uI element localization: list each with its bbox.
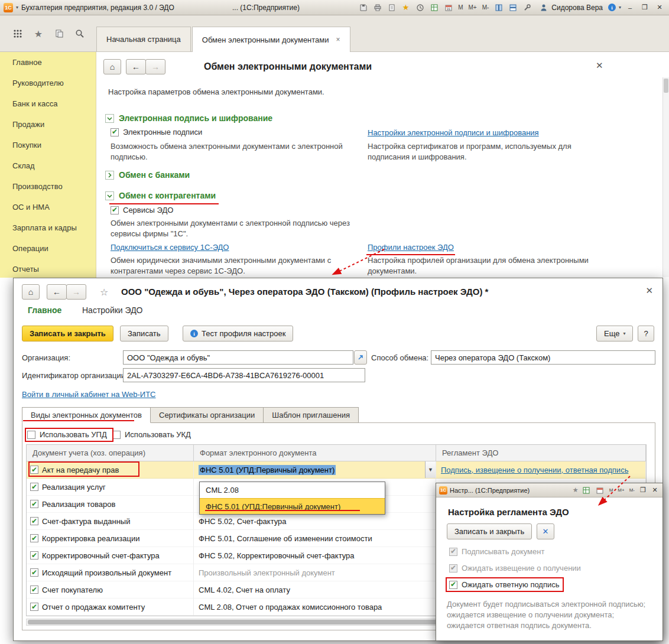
checkbox-use-ukd[interactable]: ✔ Использовать УКД (112, 430, 191, 439)
split-window-icon[interactable] (507, 2, 518, 13)
close-window-icon[interactable]: ✕ (645, 285, 653, 296)
preview-icon[interactable] (386, 2, 397, 13)
collapse-chevron-icon[interactable] (105, 114, 114, 123)
save-button[interactable]: Записать (120, 326, 168, 341)
link-connect-1c-edo[interactable]: Подключиться к сервису 1С-ЭДО (111, 243, 229, 252)
forward-button[interactable]: → (145, 59, 165, 74)
favorites-star-icon[interactable]: ★ (573, 486, 579, 494)
calc-m-button[interactable]: M (457, 4, 464, 11)
calendar-icon[interactable]: 31 (443, 2, 454, 13)
vertical-scrollbar[interactable] (662, 77, 669, 277)
checkbox-edo-services[interactable]: ✔ Сервисы ЭДО (111, 206, 173, 214)
row-checkbox[interactable]: ✔ (30, 500, 38, 508)
sidebar-item-glavnoe[interactable]: Главное (0, 52, 96, 73)
sidebar-item-operacii[interactable]: Операции (0, 238, 96, 259)
forward-button[interactable]: → (66, 284, 86, 300)
history-icon[interactable] (414, 2, 426, 13)
close-icon[interactable]: × (336, 35, 340, 44)
organization-id-input[interactable] (123, 368, 365, 382)
row-checkbox[interactable]: ✔ (30, 603, 38, 611)
info-icon[interactable]: i (608, 4, 616, 11)
table-icon[interactable] (581, 484, 592, 496)
link-web-its[interactable]: Войти в личный кабинет на Web-ИТС (22, 390, 156, 399)
collapse-chevron-icon[interactable] (105, 191, 114, 200)
tab-invitation-template[interactable]: Шаблон приглашения (263, 407, 359, 423)
favorites-star-icon[interactable]: ☆ (100, 287, 108, 298)
home-button[interactable]: ⌂ (22, 284, 40, 300)
more-button[interactable]: Еще ▾ (596, 326, 633, 341)
history-clipboard-icon[interactable] (53, 28, 65, 40)
calc-m-minus-button[interactable]: M- (481, 4, 491, 11)
sidebar-item-proizvodstvo[interactable]: Производство (0, 176, 96, 197)
calc-m-minus-button[interactable]: M- (628, 487, 636, 493)
sidebar-item-pokupki[interactable]: Покупки (0, 135, 96, 155)
expand-chevron-icon[interactable] (105, 171, 114, 180)
favorites-star-icon[interactable]: ★ (400, 2, 411, 13)
calc-m-plus-button[interactable]: M+ (467, 4, 478, 11)
sidebar-item-bank-kassa[interactable]: Банк и касса (0, 93, 96, 114)
tile-windows-icon[interactable] (493, 2, 504, 13)
tab-home-page[interactable]: Начальная страница (96, 27, 191, 51)
table-icon[interactable] (428, 2, 440, 13)
save-and-close-button[interactable]: Записать и закрыть (22, 326, 113, 341)
sidebar-item-rukovoditelyu[interactable]: Руководителю (0, 73, 96, 93)
maximize-button[interactable]: ❒ (639, 2, 651, 13)
minimize-button[interactable]: – (624, 2, 636, 13)
menu-edo-settings[interactable]: Настройки ЭДО (82, 305, 143, 315)
calc-m-button[interactable]: M (608, 487, 615, 493)
close-button[interactable]: ✕ (650, 485, 660, 496)
section-title[interactable]: Обмен с банками (119, 170, 190, 180)
section-title[interactable]: Обмен с контрагентами (119, 191, 216, 200)
save-icon[interactable] (358, 2, 369, 13)
row-checkbox[interactable]: ✔ (30, 551, 38, 560)
maximize-button[interactable]: ❒ (638, 485, 648, 496)
tab-org-certificates[interactable]: Сертификаты организации (150, 407, 264, 423)
button-label: Записать и закрыть (454, 527, 524, 536)
format-cell[interactable]: ФНС 5.01 (УПД:Первичный документ) ▼ (194, 461, 436, 479)
link-edo-profiles[interactable]: Профили настроек ЭДО (368, 243, 454, 252)
chevron-down-icon[interactable]: ▾ (619, 5, 621, 10)
service-wrench-icon[interactable] (521, 2, 532, 13)
menu-glavnoe[interactable]: Главное (28, 305, 61, 315)
checkbox-label: Ожидать извещение о получении (462, 564, 581, 573)
sidebar-item-zarplata[interactable]: Зарплата и кадры (0, 217, 96, 238)
calendar-icon[interactable] (595, 484, 606, 496)
organization-input[interactable] (123, 350, 353, 365)
print-icon[interactable] (372, 2, 383, 13)
tab-edo-exchange[interactable]: Обмен электронными документами × (192, 27, 350, 52)
save-and-close-button[interactable]: Записать и закрыть (447, 523, 532, 539)
open-organization-button[interactable] (354, 350, 367, 365)
link-signature-settings[interactable]: Настройки электронной подписи и шифрован… (368, 128, 539, 137)
sidebar-item-prodazhi[interactable]: Продажи (0, 114, 96, 135)
sidebar-item-sklad[interactable]: Склад (0, 155, 96, 176)
back-button[interactable]: ← (126, 59, 146, 74)
sidebar-item-otchety[interactable]: Отчеты (0, 259, 96, 278)
exchange-method-input[interactable] (431, 350, 655, 365)
test-profile-button[interactable]: i Тест профиля настроек (183, 326, 293, 341)
back-button[interactable]: ← (47, 284, 67, 300)
row-checkbox[interactable]: ✔ (30, 517, 38, 525)
home-button[interactable]: ⌂ (103, 59, 121, 74)
close-button[interactable]: ✕ (654, 2, 665, 13)
scrollbar-thumb[interactable] (664, 79, 668, 93)
reglament-link[interactable]: Подпись, извещение о получении, ответная… (441, 466, 628, 474)
close-page-icon[interactable]: ✕ (596, 60, 603, 71)
search-icon[interactable] (74, 28, 86, 40)
checkbox-electronic-signatures[interactable]: ✔ Электронные подписи (111, 128, 202, 136)
system-menu-chevron-icon[interactable]: ▾ (16, 5, 18, 10)
row-checkbox[interactable]: ✔ (30, 483, 38, 491)
row-checkbox[interactable]: ✔ (30, 534, 38, 542)
sidebar-item-os-nma[interactable]: ОС и НМА (0, 197, 96, 217)
row-checkbox[interactable]: ✔ (30, 586, 38, 594)
menu-grid-icon[interactable] (12, 28, 24, 40)
favorites-star-icon[interactable]: ★ (33, 28, 44, 40)
calc-m-plus-button[interactable]: M+ (616, 487, 625, 493)
cancel-button[interactable]: ✕ (537, 523, 554, 539)
dropdown-button[interactable]: ▼ (425, 461, 436, 478)
dropdown-item-cml[interactable]: CML 2.08 (200, 482, 385, 498)
help-button[interactable]: ? (638, 326, 654, 341)
user-menu[interactable]: Сидорова Вера (538, 2, 603, 13)
section-title[interactable]: Электронная подпись и шифрование (119, 113, 272, 123)
row-checkbox[interactable]: ✔ (30, 568, 38, 577)
dropdown-item-fns501[interactable]: ФНС 5.01 (УПД:Первичный документ) (200, 498, 385, 514)
